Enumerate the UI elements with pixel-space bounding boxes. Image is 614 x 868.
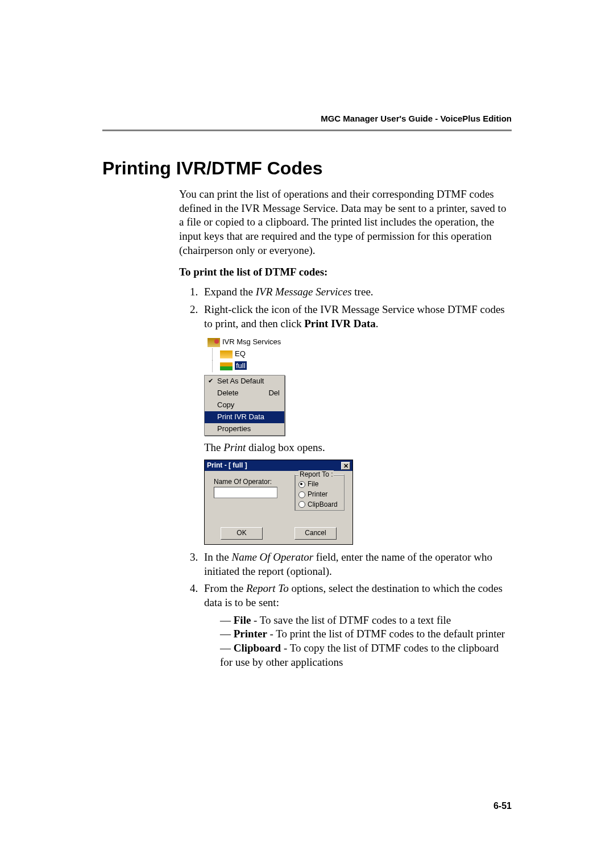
ivr-item-icon xyxy=(220,350,233,358)
cancel-button[interactable]: Cancel xyxy=(294,527,337,540)
menu-copy[interactable]: Copy xyxy=(205,399,284,411)
report-to-group: Report To : File Printer ClipBoard xyxy=(294,474,345,511)
step-4-pre: From the xyxy=(204,582,246,594)
menu-delete-accel: Del xyxy=(268,389,280,398)
context-menu: Set As Default Delete Del Copy Print IVR… xyxy=(204,375,285,435)
report-to-legend: Report To : xyxy=(298,470,334,479)
dialog-buttons: OK Cancel xyxy=(205,527,352,540)
ok-button[interactable]: OK xyxy=(221,527,263,540)
after-tree-text: The Print dialog box opens. xyxy=(204,441,512,455)
tree-root[interactable]: IVR Msg Services xyxy=(204,336,306,348)
page-title: Printing IVR/DTMF Codes xyxy=(102,158,323,179)
sublist-clipboard-b: Clipboard xyxy=(234,642,281,654)
ivr-tree-figure: IVR Msg Services EQ full Set As Default … xyxy=(204,336,306,437)
body-content: You can print the list of operations and… xyxy=(179,187,512,673)
menu-delete[interactable]: Delete Del xyxy=(205,387,284,399)
steps-list: Expand the IVR Message Services tree. Ri… xyxy=(179,285,512,669)
close-icon[interactable]: ✕ xyxy=(341,462,350,470)
sublist-clipboard: Clipboard - To copy the list of DTMF cod… xyxy=(220,641,512,669)
dialog-titlebar: Print - [ full ] ✕ xyxy=(205,460,352,471)
radio-printer[interactable]: Printer xyxy=(295,490,344,500)
menu-set-default[interactable]: Set As Default xyxy=(205,375,284,387)
menu-properties[interactable]: Properties xyxy=(205,423,284,435)
sublist-file-b: File xyxy=(234,614,251,626)
intro-paragraph: You can print the list of operations and… xyxy=(179,187,512,257)
sublist-printer: Printer - To print the list of DTMF code… xyxy=(220,627,512,641)
after-tree-post: dialog box opens. xyxy=(246,441,325,453)
step-4-sublist: File - To save the list of DTMF codes to… xyxy=(204,614,512,670)
radio-printer-label: Printer xyxy=(308,490,327,498)
step-2: Right-click the icon of the IVR Message … xyxy=(201,303,512,545)
sublist-printer-b: Printer xyxy=(234,628,267,640)
step-4-em: Report To xyxy=(246,582,289,594)
radio-file[interactable]: File xyxy=(295,479,344,490)
after-tree-em: Print xyxy=(223,441,246,453)
sublist-file-t: - To save the list of DTMF codes to a te… xyxy=(251,614,451,626)
page-number: 6-51 xyxy=(493,801,512,811)
dialog-title: Print - [ full ] xyxy=(207,461,247,470)
procedure-subheading: To print the list of DTMF codes: xyxy=(179,265,512,279)
step-3-pre: In the xyxy=(204,551,232,563)
running-header: MGC Manager User's Guide - VoicePlus Edi… xyxy=(321,114,512,123)
step-1: Expand the IVR Message Services tree. xyxy=(201,285,512,299)
tree-item-full-label: full xyxy=(235,361,247,370)
after-tree-pre: The xyxy=(204,441,223,453)
tree-item-eq[interactable]: EQ xyxy=(204,348,306,360)
step-2-post: . xyxy=(376,318,379,329)
sublist-file: File - To save the list of DTMF codes to… xyxy=(220,614,512,628)
header-rule xyxy=(102,130,512,131)
dialog-body: Name Of Operator: Report To : File Print… xyxy=(205,471,352,529)
step-4: From the Report To options, select the d… xyxy=(201,582,512,669)
step-1-post: tree. xyxy=(352,286,374,298)
tree-item-full[interactable]: full xyxy=(204,360,306,372)
radio-clipboard[interactable]: ClipBoard xyxy=(295,500,344,510)
operator-input[interactable] xyxy=(214,487,277,498)
step-1-pre: Expand the xyxy=(204,286,256,298)
radio-icon xyxy=(298,491,305,498)
operator-label: Name Of Operator: xyxy=(214,478,272,487)
print-dialog-figure: Print - [ full ] ✕ Name Of Operator: Rep… xyxy=(204,460,353,545)
radio-file-label: File xyxy=(308,480,318,488)
step-1-em: IVR Message Services xyxy=(256,286,352,298)
ivr-item-icon xyxy=(220,362,233,370)
step-2-bold: Print IVR Data xyxy=(304,318,376,329)
menu-delete-label: Delete xyxy=(217,389,239,397)
radio-icon xyxy=(298,501,305,508)
ivr-services-icon xyxy=(208,338,220,347)
radio-clipboard-label: ClipBoard xyxy=(308,500,338,508)
tree-root-label: IVR Msg Services xyxy=(222,337,281,346)
tree-item-eq-label: EQ xyxy=(235,349,246,358)
step-3-em: Name Of Operator xyxy=(232,551,314,563)
radio-icon xyxy=(298,481,305,488)
step-3: In the Name Of Operator field, enter the… xyxy=(201,550,512,578)
menu-print-ivr[interactable]: Print IVR Data xyxy=(205,411,284,423)
sublist-printer-t: - To print the list of DTMF codes to the… xyxy=(267,628,505,640)
